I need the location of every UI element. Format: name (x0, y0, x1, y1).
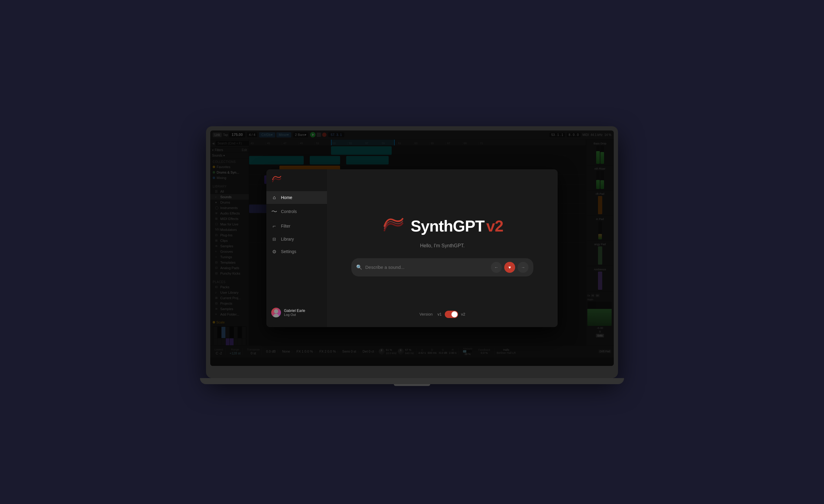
sg-logo (267, 174, 327, 191)
sg-main-content: SynthGPT v2 Hello, I'm SynthGPT. 🔍 ← (327, 169, 557, 327)
sg-subtitle: Hello, I'm SynthGPT. (420, 243, 465, 248)
sg-nav-settings[interactable]: ⚙ Settings (267, 245, 327, 258)
sg-v1-label: v1 (437, 312, 442, 316)
settings-icon: ⚙ (271, 249, 277, 255)
sg-sidebar-footer: Gabriel Earle Log Out (267, 303, 327, 322)
sg-brand-icon (381, 214, 406, 238)
modal-overlay: ⌂ Home 〜 Controls ⌐ Filter ⊟ Library (210, 130, 614, 366)
sg-nav-controls[interactable]: 〜 Controls (267, 204, 327, 219)
sg-next-button[interactable]: → (518, 262, 528, 273)
sg-nav-home-label: Home (281, 195, 292, 200)
sg-nav-filter-label: Filter (281, 224, 290, 228)
laptop-notch (394, 384, 430, 386)
sg-title-group: SynthGPT v2 (410, 217, 503, 235)
sg-back-button[interactable]: ← (491, 262, 502, 273)
sg-version-badge: v2 (486, 217, 503, 235)
laptop-base (200, 378, 624, 384)
svg-point-1 (273, 314, 279, 317)
sg-title: SynthGPT (410, 217, 484, 235)
sg-v2-label: v2 (461, 312, 466, 316)
sg-user-section: Gabriel Earle Log Out (271, 308, 322, 317)
version-toggle-switch[interactable] (445, 311, 458, 318)
synthgpt-modal: ⌂ Home 〜 Controls ⌐ Filter ⊟ Library (267, 169, 557, 327)
sg-nav-library-label: Library (281, 237, 294, 241)
sg-nav-controls-label: Controls (281, 209, 297, 214)
sg-version-toggle: v1 v2 (437, 311, 465, 318)
sg-search-input[interactable] (365, 265, 488, 270)
sg-search-icon: 🔍 (356, 264, 362, 270)
controls-icon: 〜 (271, 208, 277, 216)
home-icon: ⌂ (271, 195, 277, 200)
sg-nav-home[interactable]: ⌂ Home (267, 191, 327, 204)
sg-brand: SynthGPT v2 (381, 214, 503, 238)
sg-sidebar: ⌂ Home 〜 Controls ⌐ Filter ⊟ Library (267, 169, 327, 327)
sg-logo-icon (271, 174, 282, 185)
sg-avatar (271, 308, 281, 317)
sg-nav-filter[interactable]: ⌐ Filter (267, 219, 327, 233)
sg-search-bar: 🔍 ← ♥ → (351, 258, 533, 277)
filter-icon: ⌐ (271, 223, 277, 229)
library-icon: ⊟ (271, 237, 277, 241)
sg-version-label: Version (420, 312, 433, 316)
sg-user-info: Gabriel Earle Log Out (284, 309, 305, 316)
sg-search-actions: ← ♥ → (491, 262, 528, 273)
sg-user-name: Gabriel Earle (284, 309, 305, 313)
sg-nav-settings-label: Settings (281, 249, 296, 254)
sg-favorite-button[interactable]: ♥ (504, 262, 515, 273)
sg-nav-library[interactable]: ⊟ Library (267, 233, 327, 245)
toggle-knob (451, 311, 457, 317)
svg-point-0 (274, 309, 278, 313)
sg-logout-button[interactable]: Log Out (284, 313, 305, 316)
sg-version-section: Version v1 v2 (420, 311, 466, 318)
